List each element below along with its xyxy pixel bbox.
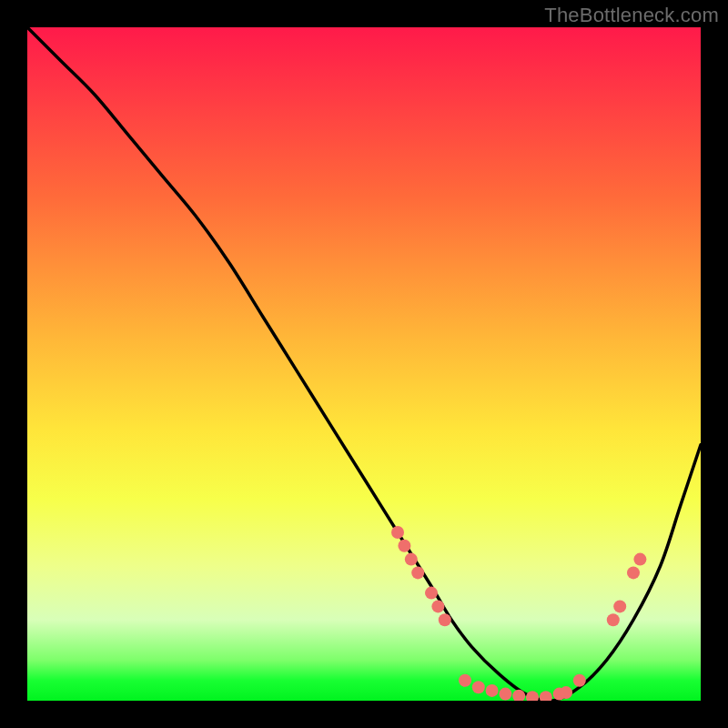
curve-overlay — [27, 27, 701, 701]
scatter-marker — [526, 691, 539, 701]
scatter-marker — [607, 613, 620, 626]
scatter-marker — [425, 587, 438, 600]
scatter-marker — [633, 553, 646, 566]
scatter-marker — [499, 688, 511, 701]
scatter-marker — [405, 553, 418, 566]
scatter-marker — [459, 674, 471, 687]
watermark-text: TheBottleneck.com — [544, 4, 719, 27]
scatter-markers-group — [391, 526, 646, 701]
scatter-marker — [411, 566, 424, 579]
bottleneck-curve-line — [27, 27, 701, 701]
scatter-marker — [431, 600, 444, 612]
scatter-marker — [398, 540, 410, 552]
scatter-marker — [540, 691, 552, 701]
scatter-marker — [560, 686, 572, 699]
scatter-marker — [573, 674, 586, 687]
scatter-marker — [486, 684, 499, 697]
scatter-marker — [627, 566, 640, 579]
scatter-marker — [391, 526, 404, 539]
figure: TheBottleneck.com — [0, 0, 728, 728]
scatter-marker — [613, 600, 626, 612]
scatter-marker — [439, 613, 451, 626]
scatter-marker — [472, 681, 485, 693]
